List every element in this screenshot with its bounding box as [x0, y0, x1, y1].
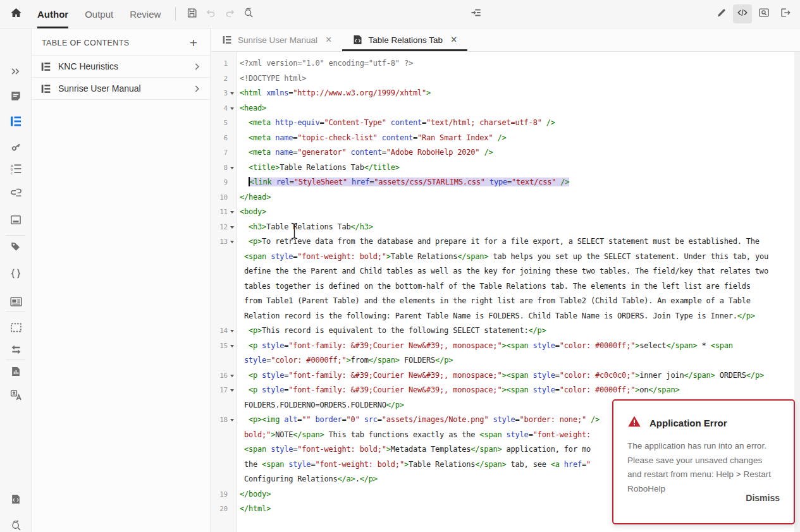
- code-line-15[interactable]: 15<p style="font-family: &#39;Courier Ne…: [211, 339, 794, 354]
- line-number: [211, 279, 236, 294]
- toc-icon[interactable]: [9, 114, 23, 128]
- code-files-icon[interactable]: [9, 492, 23, 506]
- index-icon[interactable]: [9, 140, 23, 154]
- snippets-icon[interactable]: [9, 267, 23, 281]
- save-button[interactable]: [182, 4, 201, 23]
- code-line-wrap[interactable]: style="color: #0000ff;">from</span> FOLD…: [211, 353, 794, 368]
- line-number: 11: [211, 205, 236, 220]
- code-line-16[interactable]: 16<p style="font-family: &#39;Courier Ne…: [211, 368, 794, 384]
- fold-toggle-icon[interactable]: [230, 241, 234, 243]
- code-line-wrap[interactable]: from Table1 (Parent Table) and the eleme…: [211, 294, 794, 309]
- scan-icon[interactable]: [9, 518, 23, 532]
- code-line-2[interactable]: 2<!DOCTYPE html>: [211, 71, 794, 87]
- code-line-wrap[interactable]: <span style="font-weight: bold;">Table R…: [211, 250, 794, 265]
- save-icon: [186, 7, 198, 21]
- close-tab-icon[interactable]: ×: [451, 35, 457, 44]
- fold-toggle-icon[interactable]: [230, 107, 234, 110]
- line-number: 2: [211, 71, 236, 87]
- see-also-icon[interactable]: [9, 184, 23, 198]
- code-line-17[interactable]: 17<p style="font-family: &#39;Courier Ne…: [211, 383, 794, 398]
- line-number: 4: [211, 101, 236, 116]
- fold-toggle-icon[interactable]: [230, 211, 234, 214]
- doc-tab-label: Sunrise User Manual: [238, 35, 317, 45]
- chevron-right-icon[interactable]: [193, 63, 201, 71]
- translate-icon[interactable]: [9, 388, 23, 402]
- home-button[interactable]: [6, 0, 25, 28]
- code-line-wrap[interactable]: tables together is defined on the bottom…: [211, 279, 794, 294]
- reports-icon[interactable]: [9, 365, 23, 378]
- insert-topic-button[interactable]: [467, 4, 486, 23]
- line-number: 1: [211, 56, 236, 71]
- code-line-13[interactable]: 13<p>To retrieve data from the database …: [211, 234, 794, 250]
- panel-expand-icon[interactable]: [9, 64, 23, 78]
- fold-toggle-icon[interactable]: [230, 419, 234, 421]
- code-line-12[interactable]: 12<h3>Table Relations Tab</h3>: [211, 220, 794, 235]
- rail-divider: [6, 311, 25, 311]
- chevron-right-icon[interactable]: [193, 85, 201, 93]
- line-number: [211, 309, 236, 324]
- fold-toggle-icon[interactable]: [230, 389, 234, 392]
- close-tab-icon[interactable]: ×: [326, 35, 331, 44]
- undo-icon: [205, 7, 217, 21]
- fold-toggle-icon[interactable]: [230, 330, 234, 332]
- code-line-14[interactable]: 14<p>This record is equivalent to the fo…: [211, 323, 794, 339]
- mode-tabs: AuthorOutputReview: [29, 0, 169, 28]
- condition-tags-icon[interactable]: [9, 239, 23, 253]
- line-number: 7: [211, 145, 236, 160]
- line-number: [211, 294, 236, 309]
- master-pages-icon[interactable]: [9, 213, 23, 227]
- fold-toggle-icon[interactable]: [230, 92, 234, 95]
- line-number: [211, 398, 236, 413]
- editor-scrollbar[interactable]: [794, 52, 800, 532]
- undo-button[interactable]: [201, 4, 220, 23]
- preview-button[interactable]: [754, 4, 773, 23]
- fold-toggle-icon[interactable]: [230, 226, 234, 229]
- toc-panel-title: TABLE OF CONTENTS: [42, 39, 130, 47]
- doc-tab-table-relations-tab[interactable]: Table Relations Tab×: [342, 28, 467, 51]
- toolbar-divider: [175, 7, 176, 21]
- placeholder-icon[interactable]: [9, 320, 23, 334]
- code-line-5[interactable]: 5<meta http-equiv="Content-Type" content…: [211, 116, 794, 131]
- toc-item-knc-heuristics[interactable]: KNC Heuristics: [32, 56, 210, 78]
- code-line-11[interactable]: 11<body>: [211, 205, 794, 220]
- find-replace-button[interactable]: [239, 4, 258, 23]
- fold-toggle-icon[interactable]: [230, 345, 234, 348]
- topics-icon[interactable]: [9, 89, 23, 103]
- rail-divider: [6, 360, 25, 360]
- code-line-8[interactable]: 8<title>Table Relations Tab</title>: [211, 160, 794, 176]
- glossary-icon[interactable]: abc: [9, 162, 23, 176]
- media-icon[interactable]: [9, 294, 23, 308]
- mode-tab-author[interactable]: Author: [37, 0, 68, 28]
- code-line-10[interactable]: 10</head>: [211, 190, 794, 205]
- top-toolbar: AuthorOutputReview: [0, 0, 800, 28]
- toc-icon: [40, 83, 51, 94]
- line-number: 9: [211, 175, 236, 190]
- add-toc-button[interactable]: +: [187, 39, 200, 47]
- code-line-9[interactable]: 9<link rel="StyleSheet" href="assets/css…: [211, 175, 794, 190]
- toc-item-label: Sunrise User Manual: [58, 83, 141, 94]
- code-line-6[interactable]: 6<meta name="topic-check-list" content="…: [211, 131, 794, 146]
- edit-mode-button[interactable]: [711, 4, 730, 23]
- code-line-3[interactable]: 3<html xmlns="http://www.w3.org/1999/xht…: [211, 86, 794, 101]
- swap-review-icon[interactable]: [9, 342, 23, 356]
- exit-button[interactable]: [776, 4, 795, 23]
- fold-toggle-icon[interactable]: [230, 167, 234, 169]
- doc-tab-sunrise-user-manual[interactable]: Sunrise User Manual×: [211, 28, 342, 51]
- line-number: [211, 472, 236, 487]
- line-number: [211, 250, 236, 265]
- code-line-4[interactable]: 4<head>: [211, 101, 794, 116]
- code-line-7[interactable]: 7<meta name="generator" content="Adobe R…: [211, 145, 794, 160]
- code-line-wrap[interactable]: Relation record is the following: Parent…: [211, 309, 794, 324]
- code-view-button[interactable]: [733, 4, 752, 23]
- toc-item-sunrise-user-manual[interactable]: Sunrise User Manual: [32, 78, 210, 100]
- pencil-icon: [715, 7, 727, 21]
- mode-tab-review[interactable]: Review: [130, 0, 161, 28]
- code-line-wrap[interactable]: define the the Parent and Child tables a…: [211, 264, 794, 279]
- code-line-1[interactable]: 1<?xml version="1.0" encoding="utf-8" ?>: [211, 56, 794, 71]
- redo-button[interactable]: [220, 4, 239, 23]
- mode-tab-output[interactable]: Output: [85, 0, 113, 28]
- dismiss-button[interactable]: Dismiss: [746, 493, 780, 503]
- fold-toggle-icon[interactable]: [230, 375, 234, 377]
- rail-divider: [6, 235, 25, 236]
- toc-list: KNC HeuristicsSunrise User Manual: [32, 55, 210, 100]
